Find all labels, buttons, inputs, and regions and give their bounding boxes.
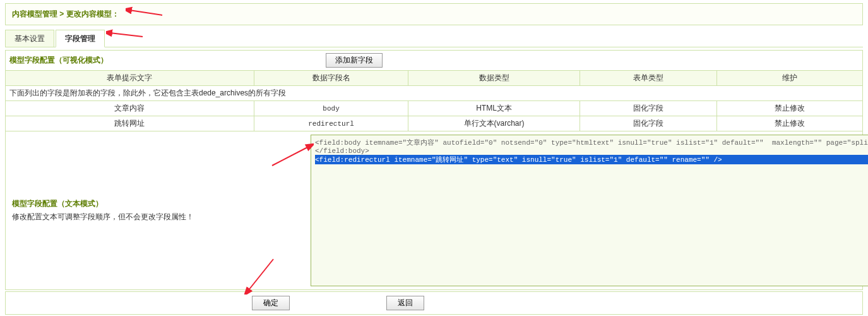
cell-maintain: 禁止修改 (717, 101, 863, 116)
textmode-editor[interactable]: <field:body itemname="文章内容" autofield="0… (311, 135, 868, 286)
cell-datatype: HTML文本 (408, 101, 580, 116)
visual-config-label: 模型字段配置（可视化模式） (9, 55, 114, 66)
textmode-desc: 修改配置文本可调整字段顺序，但不会更改字段属性！ (12, 212, 301, 222)
col-prompt: 表单提示文字 (6, 71, 254, 86)
back-button[interactable]: 返回 (386, 296, 424, 310)
textmode-info: 模型字段配置（文本模式） 修改配置文本可调整字段顺序，但不会更改字段属性！ (6, 131, 307, 289)
arrow-icon (244, 257, 276, 295)
col-fieldname: 数据字段名 (254, 71, 408, 86)
code-line: <field:body itemname="文章内容" autofield="0… (315, 138, 868, 147)
field-table: 表单提示文字 数据字段名 数据类型 表单类型 维护 下面列出的字段是附加表的字段… (5, 70, 863, 131)
tab-basic-settings[interactable]: 基本设置 (5, 30, 54, 47)
confirm-button[interactable]: 确定 (252, 296, 290, 310)
cell-datatype: 单行文本(varchar) (408, 116, 580, 131)
arrow-icon (270, 143, 314, 168)
code-line-selected: <field:redirecturl itemname="跳转网址" type=… (315, 155, 868, 164)
breadcrumb-part2: 更改内容模型： (66, 9, 119, 18)
cell-prompt: 文章内容 (6, 101, 254, 116)
breadcrumb-part1: 内容模型管理 (12, 9, 57, 18)
arrow-icon (126, 6, 163, 18)
breadcrumb: 内容模型管理 > 更改内容模型： (5, 3, 863, 25)
add-field-button[interactable]: 添加新字段 (326, 53, 383, 68)
col-formtype: 表单类型 (580, 71, 716, 86)
svg-line-1 (110, 33, 143, 37)
code-line: </field:body> (315, 147, 868, 155)
visual-config-header: 模型字段配置（可视化模式） 添加新字段 (5, 50, 863, 71)
table-row: 文章内容 body HTML文本 固化字段 禁止修改 (6, 101, 863, 116)
footer-bar: 确定 返回 (5, 291, 863, 315)
table-note-row: 下面列出的字段是附加表的字段，除此外，它还包含主表dede_archives的所… (6, 86, 863, 101)
tab-field-management[interactable]: 字段管理 (56, 30, 105, 47)
svg-line-2 (272, 147, 309, 166)
svg-line-3 (248, 259, 273, 291)
svg-line-0 (129, 10, 162, 15)
cell-formtype: 固化字段 (580, 116, 716, 131)
cell-fieldname: body (254, 101, 408, 116)
table-note: 下面列出的字段是附加表的字段，除此外，它还包含主表dede_archives的所… (6, 86, 863, 101)
cell-maintain: 禁止修改 (717, 116, 863, 131)
textmode-title: 模型字段配置（文本模式） (12, 198, 301, 209)
col-datatype: 数据类型 (408, 71, 580, 86)
arrow-icon (106, 28, 144, 40)
breadcrumb-sep: > (57, 9, 66, 18)
table-header-row: 表单提示文字 数据字段名 数据类型 表单类型 维护 (6, 71, 863, 86)
col-maintain: 维护 (717, 71, 863, 86)
textmode-editor-wrap: <field:body itemname="文章内容" autofield="0… (307, 131, 868, 289)
textmode-section: 模型字段配置（文本模式） 修改配置文本可调整字段顺序，但不会更改字段属性！ <f… (5, 131, 863, 290)
cell-fieldname: redirecturl (254, 116, 408, 131)
table-row: 跳转网址 redirecturl 单行文本(varchar) 固化字段 禁止修改 (6, 116, 863, 131)
cell-prompt: 跳转网址 (6, 116, 254, 131)
tab-bar: 基本设置 字段管理 (5, 29, 863, 47)
cell-formtype: 固化字段 (580, 101, 716, 116)
